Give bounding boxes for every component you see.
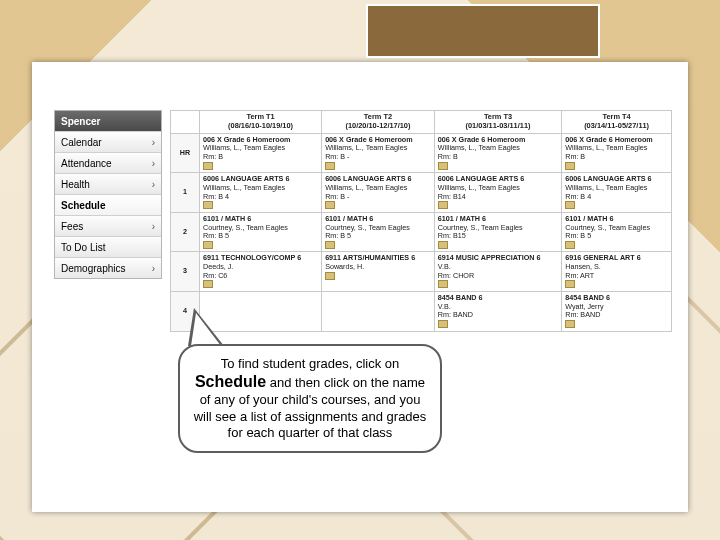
title-plate: [366, 4, 600, 58]
schedule-cell[interactable]: 6101 / MATH 6Courtney, S., Team EaglesRm…: [322, 212, 435, 252]
schedule-cell[interactable]: 6911 TECHNOLOGY/COMP 6Deeds, J.Rm: C6: [200, 252, 322, 292]
sidebar-item-label: Attendance: [61, 158, 112, 169]
course-name: 8454 BAND 6: [438, 294, 558, 303]
room-label: Rm: B: [565, 153, 668, 162]
book-icon: [438, 241, 448, 249]
callout-body: To find student grades, click on Schedul…: [178, 344, 442, 453]
sidebar-item-demographics[interactable]: Demographics ›: [55, 258, 161, 278]
table-row: 36911 TECHNOLOGY/COMP 6Deeds, J.Rm: C669…: [171, 252, 672, 292]
book-icon: [203, 241, 213, 249]
sidebar-item-label: Demographics: [61, 263, 125, 274]
room-label: Rm: CHOR: [438, 272, 558, 281]
sidebar-item-schedule[interactable]: Schedule: [55, 195, 161, 216]
sidebar-item-calendar[interactable]: Calendar ›: [55, 132, 161, 153]
sidebar-item-fees[interactable]: Fees ›: [55, 216, 161, 237]
table-header: Term T3 (01/03/11-03/11/11): [434, 111, 561, 134]
book-icon: [325, 272, 335, 280]
table-row: HR006 X Grade 6 HomeroomWilliams, L., Te…: [171, 133, 672, 173]
schedule-cell[interactable]: 006 X Grade 6 HomeroomWilliams, L., Team…: [200, 133, 322, 173]
period-label: 3: [171, 252, 200, 292]
book-icon: [565, 201, 575, 209]
callout-text: To find student grades, click on: [221, 356, 400, 371]
room-label: Rm: B 5: [565, 232, 668, 241]
callout-tail: [191, 313, 221, 346]
sidebar-header-label: Spencer: [61, 116, 100, 127]
term-dates: (10/20/10-12/17/10): [325, 122, 431, 131]
chevron-right-icon: ›: [152, 179, 155, 190]
table-header: Term T4 (03/14/11-05/27/11): [562, 111, 672, 134]
table-row: 26101 / MATH 6Courtney, S., Team EaglesR…: [171, 212, 672, 252]
sidebar-item-todo[interactable]: To Do List: [55, 237, 161, 258]
room-label: Rm: B: [438, 153, 558, 162]
period-label: 2: [171, 212, 200, 252]
sidebar-item-label: To Do List: [61, 242, 105, 253]
schedule-cell[interactable]: 6916 GENERAL ART 6Hansen, S.Rm: ART: [562, 252, 672, 292]
room-label: Rm: C6: [203, 272, 318, 281]
schedule-cell[interactable]: 6006 LANGUAGE ARTS 6Williams, L., Team E…: [200, 173, 322, 213]
course-name: 6914 MUSIC APPRECIATION 6: [438, 254, 558, 263]
schedule-table: Term T1 (08/16/10-10/19/10) Term T2 (10/…: [170, 110, 672, 332]
book-icon: [438, 320, 448, 328]
sidebar-item-label: Fees: [61, 221, 83, 232]
sidebar-item-label: Schedule: [61, 200, 105, 211]
schedule-cell[interactable]: 6101 / MATH 6Courtney, S., Team EaglesRm…: [434, 212, 561, 252]
chevron-right-icon: ›: [152, 221, 155, 232]
room-label: Rm: ART: [565, 272, 668, 281]
schedule-cell[interactable]: 6006 LANGUAGE ARTS 6Williams, L., Team E…: [434, 173, 561, 213]
book-icon: [565, 280, 575, 288]
room-label: Rm: B -: [325, 153, 431, 162]
schedule-cell[interactable]: 6101 / MATH 6Courtney, S., Team EaglesRm…: [200, 212, 322, 252]
schedule-cell[interactable]: 6914 MUSIC APPRECIATION 6V.B.Rm: CHOR: [434, 252, 561, 292]
table-row: Term T1 (08/16/10-10/19/10) Term T2 (10/…: [171, 111, 672, 134]
sidebar-item-label: Calendar: [61, 137, 102, 148]
schedule-cell[interactable]: 8454 BAND 6Wyatt, JerryRm: BAND: [562, 292, 672, 332]
callout-bubble: To find student grades, click on Schedul…: [178, 344, 442, 453]
table-header: Term T2 (10/20/10-12/17/10): [322, 111, 435, 134]
book-icon: [203, 280, 213, 288]
table-header: [171, 111, 200, 134]
table-row: 16006 LANGUAGE ARTS 6Williams, L., Team …: [171, 173, 672, 213]
teacher-name: Sowards, H.: [325, 263, 431, 272]
schedule-cell[interactable]: [322, 292, 435, 332]
schedule-cell[interactable]: 6006 LANGUAGE ARTS 6Williams, L., Team E…: [322, 173, 435, 213]
room-label: Rm: BAND: [438, 311, 558, 320]
schedule-cell[interactable]: 006 X Grade 6 HomeroomWilliams, L., Team…: [434, 133, 561, 173]
table-header: Term T1 (08/16/10-10/19/10): [200, 111, 322, 134]
room-label: Rm: B 4: [203, 193, 318, 202]
room-label: Rm: B: [203, 153, 318, 162]
book-icon: [325, 201, 335, 209]
table-row: 48454 BAND 6V.B.Rm: BAND8454 BAND 6Wyatt…: [171, 292, 672, 332]
schedule-cell[interactable]: 6911 ARTS/HUMANITIES 6Sowards, H.: [322, 252, 435, 292]
period-label: 1: [171, 173, 200, 213]
book-icon: [565, 241, 575, 249]
chevron-right-icon: ›: [152, 263, 155, 274]
sidebar-header: Spencer: [55, 111, 161, 132]
room-label: Rm: B -: [325, 193, 431, 202]
book-icon: [325, 162, 335, 170]
book-icon: [325, 241, 335, 249]
sidebar-item-attendance[interactable]: Attendance ›: [55, 153, 161, 174]
screenshot-card: Spencer Calendar › Attendance › Health ›…: [32, 62, 688, 512]
room-label: Rm: B14: [438, 193, 558, 202]
room-label: Rm: B 5: [203, 232, 318, 241]
book-icon: [565, 162, 575, 170]
schedule-cell[interactable]: 006 X Grade 6 HomeroomWilliams, L., Team…: [322, 133, 435, 173]
room-label: Rm: B15: [438, 232, 558, 241]
term-dates: (03/14/11-05/27/11): [565, 122, 668, 131]
room-label: Rm: B 4: [565, 193, 668, 202]
book-icon: [438, 201, 448, 209]
sidebar-item-health[interactable]: Health ›: [55, 174, 161, 195]
book-icon: [203, 162, 213, 170]
schedule-cell[interactable]: 6101 / MATH 6Courtney, S., Team EaglesRm…: [562, 212, 672, 252]
schedule-cell[interactable]: 6006 LANGUAGE ARTS 6Williams, L., Team E…: [562, 173, 672, 213]
chevron-right-icon: ›: [152, 137, 155, 148]
book-icon: [438, 280, 448, 288]
chevron-right-icon: ›: [152, 158, 155, 169]
period-label: HR: [171, 133, 200, 173]
sidebar-item-label: Health: [61, 179, 90, 190]
book-icon: [565, 320, 575, 328]
sidebar-menu: Spencer Calendar › Attendance › Health ›…: [54, 110, 162, 279]
schedule-cell[interactable]: 006 X Grade 6 HomeroomWilliams, L., Team…: [562, 133, 672, 173]
schedule-cell[interactable]: 8454 BAND 6V.B.Rm: BAND: [434, 292, 561, 332]
term-dates: (08/16/10-10/19/10): [203, 122, 318, 131]
